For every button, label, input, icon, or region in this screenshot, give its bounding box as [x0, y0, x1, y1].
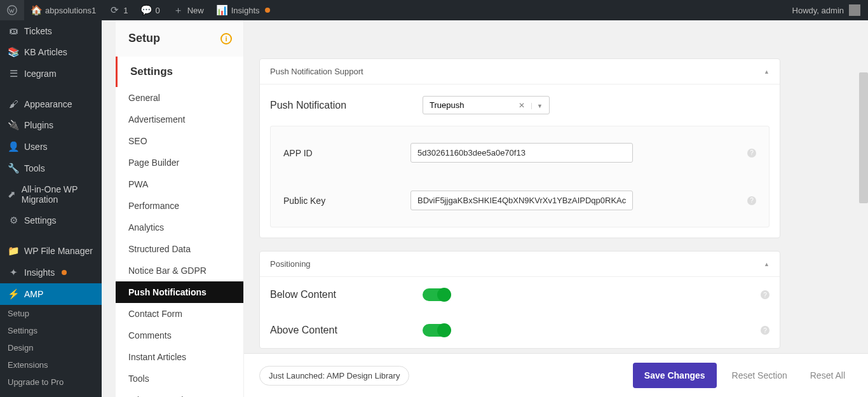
comments-item[interactable]: 💬 0	[134, 0, 166, 20]
menu-kb[interactable]: 📚KB Articles	[0, 41, 102, 63]
reset-section-button[interactable]: Reset Section	[724, 365, 795, 386]
reset-all-button[interactable]: Reset All	[803, 365, 853, 386]
submenu-setup[interactable]: Setup	[0, 305, 102, 322]
avatar-icon	[849, 4, 860, 16]
submenu-settings[interactable]: Settings	[0, 322, 102, 339]
user-icon: 👤	[8, 141, 19, 152]
icegram-icon: ☰	[8, 68, 19, 79]
wp-admin-sidebar: 🎟Tickets 📚KB Articles ☰Icegram 🖌Appearan…	[0, 20, 102, 397]
home-icon: 🏠	[31, 4, 42, 16]
tab-seo[interactable]: SEO	[116, 130, 243, 152]
submenu-design[interactable]: Design	[0, 339, 102, 356]
credentials-panel: APP ID ? Public Key ?	[270, 126, 770, 227]
menu-amp[interactable]: ⚡AMP	[0, 283, 102, 305]
amp-settings-sidebar: Setup i Settings General Advertisement S…	[116, 20, 244, 397]
sliders-icon: ⚙	[8, 215, 19, 226]
menu-insights[interactable]: ✦Insights	[0, 262, 102, 283]
plus-icon: ＋	[173, 4, 184, 17]
comments-count: 0	[155, 6, 159, 15]
menu-settings[interactable]: ⚙Settings	[0, 210, 102, 231]
updates-count: 1	[123, 6, 128, 15]
tab-comments[interactable]: Comments	[116, 325, 243, 346]
comment-icon: 💬	[140, 4, 152, 16]
tab-instant-articles[interactable]: Instant Articles	[116, 346, 243, 368]
clear-icon[interactable]: ✕	[519, 101, 525, 110]
help-icon[interactable]: ?	[761, 290, 770, 299]
above-content-toggle[interactable]	[423, 324, 451, 337]
chevron-up-icon: ▲	[764, 69, 770, 75]
submenu-upgrade[interactable]: Upgrade to Pro	[0, 373, 102, 391]
tab-advance-settings[interactable]: Advance Settings	[116, 389, 243, 397]
tab-structured-data[interactable]: Structured Data	[116, 238, 243, 260]
pubkey-input[interactable]	[410, 191, 633, 210]
insights-icon: ✦	[8, 267, 19, 278]
below-content-toggle[interactable]	[423, 288, 451, 301]
menu-wpfm[interactable]: 📁WP File Manager	[0, 240, 102, 262]
save-button[interactable]: Save Changes	[633, 363, 717, 388]
site-name: abpsolutions1	[45, 6, 96, 15]
toggle-knob-icon	[437, 323, 451, 337]
setup-header[interactable]: Setup i	[116, 20, 243, 57]
wp-logo-item[interactable]	[0, 0, 24, 20]
site-name-item[interactable]: 🏠 abpsolutions1	[24, 0, 102, 20]
insights-label: Insights	[231, 6, 260, 15]
main-panel: Push Notification Support ▲ Push Notific…	[244, 20, 868, 397]
push-provider-select[interactable]: Truepush ✕ ▼	[423, 96, 550, 114]
menu-aio[interactable]: ⬈All-in-One WP Migration	[0, 179, 102, 210]
amp-icon: ⚡	[8, 288, 19, 300]
help-icon[interactable]: ?	[747, 149, 756, 158]
tab-analytics[interactable]: Analytics	[116, 217, 243, 238]
admin-bar: 🏠 abpsolutions1 ⟳ 1 💬 0 ＋ New 📊 Insights	[0, 0, 868, 20]
folder-icon: 📁	[8, 245, 19, 257]
menu-tickets[interactable]: 🎟Tickets	[0, 20, 102, 41]
above-content-label: Above Content	[270, 325, 423, 336]
tab-contact-form[interactable]: Contact Form	[116, 303, 243, 325]
tab-push-notifications[interactable]: Push Notifications	[116, 281, 243, 303]
wrench-icon: 🔧	[8, 163, 19, 174]
pubkey-label: Public Key	[283, 196, 410, 206]
appid-input[interactable]	[410, 143, 633, 163]
help-icon[interactable]: ?	[747, 196, 756, 205]
toggle-knob-icon	[437, 288, 451, 302]
submenu-extensions[interactable]: Extensions	[0, 356, 102, 373]
menu-users[interactable]: 👤Users	[0, 136, 102, 158]
notification-dot-icon	[62, 270, 67, 275]
menu-appearance[interactable]: 🖌Appearance	[0, 93, 102, 114]
push-support-header[interactable]: Push Notification Support ▲	[260, 59, 780, 84]
setup-title: Setup	[128, 32, 160, 45]
account-item[interactable]: Howdy, admin	[792, 4, 860, 16]
menu-tools[interactable]: 🔧Tools	[0, 158, 102, 179]
tab-notice-bar[interactable]: Notice Bar & GDPR	[116, 260, 243, 281]
announcement-pill[interactable]: Just Launched: AMP Design Library	[259, 366, 409, 386]
tab-advertisement[interactable]: Advertisement	[116, 109, 243, 130]
tab-tools[interactable]: Tools	[116, 368, 243, 389]
info-icon: i	[220, 33, 232, 44]
positioning-card: Positioning ▲ Below Content ? Above Cont…	[259, 251, 780, 349]
refresh-icon: ⟳	[109, 4, 120, 16]
howdy-text: Howdy, admin	[792, 6, 844, 15]
ticket-icon: 🎟	[8, 25, 19, 36]
svg-point-0	[8, 6, 17, 15]
chevron-down-icon[interactable]: ▼	[531, 103, 543, 109]
help-icon[interactable]: ?	[761, 326, 770, 335]
push-support-title: Push Notification Support	[270, 67, 363, 76]
migration-icon: ⬈	[8, 189, 17, 200]
updates-item[interactable]: ⟳ 1	[102, 0, 134, 20]
plugin-icon: 🔌	[8, 119, 19, 131]
appid-label: APP ID	[283, 148, 410, 158]
chevron-up-icon: ▲	[764, 261, 770, 267]
new-item[interactable]: ＋ New	[166, 0, 210, 20]
push-support-card: Push Notification Support ▲ Push Notific…	[259, 58, 780, 238]
menu-plugins[interactable]: 🔌Plugins	[0, 114, 102, 136]
tab-page-builder[interactable]: Page Builder	[116, 152, 243, 173]
book-icon: 📚	[8, 46, 19, 58]
scrollbar-thumb[interactable]	[859, 72, 868, 203]
tab-general[interactable]: General	[116, 87, 243, 109]
new-label: New	[187, 6, 204, 15]
insights-bar-item[interactable]: 📊 Insights	[210, 0, 276, 20]
below-content-label: Below Content	[270, 289, 423, 300]
positioning-header[interactable]: Positioning ▲	[260, 252, 780, 277]
menu-icegram[interactable]: ☰Icegram	[0, 63, 102, 84]
tab-pwa[interactable]: PWA	[116, 173, 243, 195]
tab-performance[interactable]: Performance	[116, 195, 243, 217]
